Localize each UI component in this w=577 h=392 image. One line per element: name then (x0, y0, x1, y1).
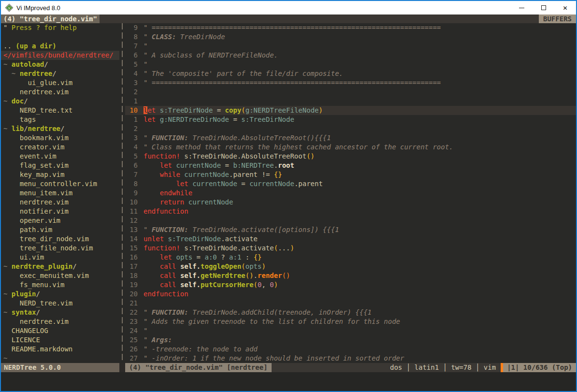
syntax-segment: ( (241, 106, 245, 114)
minimize-button[interactable] (511, 1, 533, 15)
code-line[interactable]: 13" FUNCTION: TreeDirNode.activate([opti… (125, 225, 576, 234)
code-line[interactable]: 18 call self.getNerdtree().render() (125, 271, 576, 280)
window-split-separator[interactable] (119, 23, 125, 363)
syntax-segment (3, 79, 28, 87)
code-line[interactable]: 6" A subclass of NERDTreeFileNode. (125, 51, 576, 60)
tree-item[interactable]: key_map.vim (1, 170, 119, 179)
tree-item[interactable]: flag_set.vim (1, 161, 119, 170)
syntax-segment (3, 152, 20, 160)
tree-item[interactable]: nerdtree.vim (1, 87, 119, 97)
code-line[interactable]: 3" FUNCTION: TreeDirNode.AbsoluteTreeRoo… (125, 133, 576, 143)
tree-item[interactable]: NERD_tree.txt (1, 106, 119, 115)
tree-item[interactable]: tags (1, 115, 119, 124)
code-line[interactable]: 21 (125, 299, 576, 308)
tree-item[interactable]: ui.vim (1, 253, 119, 262)
tree-item[interactable]: tree_file_node.vim (1, 244, 119, 253)
tree-item[interactable]: ~ doc/ (1, 97, 119, 106)
code-line[interactable]: 14unlet s:TreeDirNode.activate (125, 234, 576, 244)
syntax-segment: et (147, 106, 156, 114)
tree-item[interactable]: ~ autoload/ (1, 60, 119, 69)
line-text: " The 'composite' part of the file/dir c… (144, 70, 343, 77)
code-line[interactable]: 17 call self.toggleOpen(opts) (125, 262, 576, 271)
code-line[interactable]: 7" (125, 42, 576, 51)
tree-item[interactable]: fs_menu.vim (1, 280, 119, 290)
tree-item[interactable]: path.vim (1, 225, 119, 234)
maximize-button[interactable] (533, 1, 554, 15)
code-line[interactable]: 8" CLASS: TreeDirNode (125, 32, 576, 42)
tree-item[interactable]: ~ lib/nerdtree/ (1, 124, 119, 133)
syntax-segment: tree_file_node.vim (20, 244, 93, 252)
tree-item[interactable]: nerdtree.vim (1, 198, 119, 207)
tree-item[interactable]: CHANGELOG (1, 326, 119, 335)
code-line[interactable]: 4" Class method that returns the highest… (125, 143, 576, 152)
tree-item[interactable]: ~ (1, 354, 119, 363)
tree-root-line[interactable]: </vimfiles/bundle/nerdtree/ (1, 51, 119, 60)
code-line[interactable]: 26" -treenode: the node to add (125, 345, 576, 354)
tree-item[interactable]: LICENCE (1, 335, 119, 345)
tree-item[interactable]: menu_item.vim (1, 189, 119, 198)
tree-item[interactable]: ~ plugin/ (1, 290, 119, 299)
close-button[interactable]: ✕ (554, 1, 576, 15)
code-line[interactable]: 2 (125, 124, 576, 133)
code-line[interactable]: 4" The 'composite' part of the file/dir … (125, 69, 576, 78)
code-line[interactable]: 19 call self.putCursorHere(0, 0) (125, 280, 576, 290)
tree-item[interactable]: notifier.vim (1, 207, 119, 216)
code-line[interactable]: 22" FUNCTION: TreeDirNode.addChild(treen… (125, 308, 576, 317)
command-line[interactable] (1, 372, 576, 391)
tree-item[interactable]: exec_menuitem.vim (1, 271, 119, 280)
line-text: nerdtree.vim (3, 88, 69, 96)
code-line[interactable]: 10 return currentNode (125, 198, 576, 207)
code-line[interactable]: 1 (125, 97, 576, 106)
syntax-segment (3, 88, 20, 96)
code-line[interactable]: 12 (125, 216, 576, 225)
code-line[interactable]: 8 let currentNode = currentNode.parent (125, 179, 576, 189)
tree-item[interactable]: opener.vim (1, 216, 119, 225)
syntax-segment: function! (144, 244, 180, 252)
line-text: " Args: (144, 336, 172, 344)
code-line[interactable]: 3" =====================================… (125, 78, 576, 87)
tree-item[interactable]: " Press ? for help (1, 23, 119, 32)
tree-item[interactable]: ui_glue.vim (1, 78, 119, 87)
tree-item[interactable]: NERD_tree.vim (1, 299, 119, 308)
buffers-label[interactable]: BUFFERS (539, 15, 576, 23)
code-line[interactable]: 1let g:NERDTreeDirNode = s:TreeDirNode (125, 115, 576, 124)
tree-item[interactable]: tree_dir_node.vim (1, 234, 119, 244)
syntax-segment (188, 180, 192, 188)
tree-item[interactable]: nerdtree.vim (1, 317, 119, 326)
code-line[interactable]: 6 let currentNode = b:NERDTree.root (125, 161, 576, 170)
tree-item[interactable]: README.markdown (1, 345, 119, 354)
tree-item[interactable]: bookmark.vim (1, 133, 119, 143)
code-line[interactable]: 5" (125, 60, 576, 69)
code-line[interactable]: 9 endwhile (125, 189, 576, 198)
code-line[interactable]: 24" (125, 326, 576, 335)
tree-item[interactable]: menu_controller.vim (1, 179, 119, 189)
code-line[interactable]: 25" Args: (125, 335, 576, 345)
syntax-segment: fs_menu.vim (20, 281, 65, 289)
code-line[interactable]: 15function! s:TreeDirNode.activate(...) (125, 244, 576, 253)
tree-item[interactable]: event.vim (1, 152, 119, 161)
code-line-current[interactable]: 10let s:TreeDirNode = copy(g:NERDTreeFil… (125, 106, 576, 115)
code-line[interactable]: 11endfunction (125, 207, 576, 216)
tree-item[interactable]: ~ syntax/ (1, 308, 119, 317)
tree-item[interactable] (1, 32, 119, 42)
syntax-segment: Press ? for help (12, 24, 77, 31)
tree-item[interactable]: creator.vim (1, 143, 119, 152)
code-line[interactable]: 27" -inOrder: 1 if the new node should b… (125, 354, 576, 363)
syntax-segment (144, 262, 160, 270)
code-line[interactable]: 7 while currentNode.parent != {} (125, 170, 576, 179)
code-line[interactable]: 20endfunction (125, 290, 576, 299)
tree-item[interactable]: .. (up a dir) (1, 42, 119, 51)
code-line[interactable]: 23" Adds the given treenode to the list … (125, 317, 576, 326)
code-line[interactable]: 5function! s:TreeDirNode.AbsoluteTreeRoo… (125, 152, 576, 161)
code-line[interactable]: 9" =====================================… (125, 23, 576, 32)
tree-item[interactable]: ~ nerdtree/ (1, 69, 119, 78)
line-text: ui_glue.vim (3, 79, 72, 87)
code-line[interactable]: 16 let opts = a:0 ? a:1 : {} (125, 253, 576, 262)
tab-current-buffer[interactable]: (4) "tree_dir_node.vim" (1, 15, 100, 23)
syntax-segment: ~ (3, 70, 20, 77)
code-line[interactable]: 2 (125, 87, 576, 97)
syntax-segment: b:NERDTree (233, 161, 274, 169)
line-number: 21 (125, 299, 138, 308)
syntax-segment: ( (254, 281, 258, 289)
tree-item[interactable]: ~ nerdtree_plugin/ (1, 262, 119, 271)
